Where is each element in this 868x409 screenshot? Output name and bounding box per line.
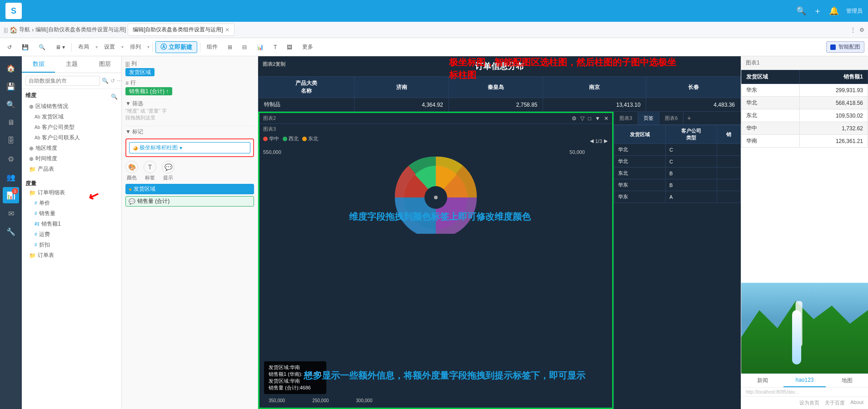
- bottom-tab-6[interactable]: 图表6: [659, 112, 683, 124]
- sidebar-icon-save[interactable]: 💾: [3, 78, 19, 94]
- filter-hint: "维度" 或 "度量" 字 段拖拽到这里: [125, 108, 254, 121]
- tab-item-edit[interactable]: 编辑[自助仪表盘各类组件设置与运用] ✕: [128, 24, 234, 36]
- text-button[interactable]: T: [270, 43, 280, 52]
- rp-tab-hao123[interactable]: hao123: [783, 374, 826, 387]
- meas-order-table[interactable]: 📁 订单表: [25, 250, 118, 261]
- chart-title: 图表2复制 订单信息分布: [258, 56, 741, 76]
- mark-color-item[interactable]: 🎨 颜色: [125, 161, 138, 181]
- mark-tooltip-item[interactable]: 💬 提示: [162, 161, 175, 181]
- chart-type-select[interactable]: ◕ 极坐标堆积柱图 ▾: [129, 142, 250, 153]
- screen-button[interactable]: 🖥 ▾: [52, 43, 69, 52]
- refresh-button[interactable]: ↺: [4, 43, 15, 52]
- more-button[interactable]: 更多: [299, 42, 317, 52]
- dim-company-type[interactable]: Ab 客户公司类型: [25, 122, 118, 133]
- sidebar-icon-settings2[interactable]: 🔧: [3, 223, 19, 240]
- polar-settings-icon[interactable]: ⚙: [572, 115, 577, 122]
- tab-more-icon[interactable]: ⋮: [850, 27, 856, 33]
- crosstab-button[interactable]: ⊟: [239, 43, 250, 52]
- sidebar-icon-data[interactable]: 🗄: [3, 133, 19, 149]
- bottom-tab-add[interactable]: +: [683, 112, 694, 124]
- footer-set-home[interactable]: 设为首页: [799, 399, 819, 406]
- rp-tab-map[interactable]: 地图: [826, 374, 868, 387]
- sidebar-icon-home[interactable]: 🏠: [3, 60, 19, 76]
- color-icon: 🎨: [125, 161, 138, 173]
- bar-button[interactable]: 📊: [253, 43, 267, 52]
- sort-button[interactable]: 排列: [126, 42, 145, 52]
- chart-tooltip: 发货区域:华南 销售额1 (华南): 126,361 发货区域:华南 销售量 (…: [264, 361, 326, 394]
- sidebar-icon-gear[interactable]: ⚙: [3, 151, 19, 167]
- tab-theme[interactable]: 主题: [55, 56, 88, 73]
- add-icon[interactable]: ＋: [813, 5, 822, 16]
- logo-text: S: [11, 6, 16, 16]
- main-chart-table: 产品大类名称 济南 秦皇岛 南京 长春 特制品 4,364.92 2,758.8…: [258, 76, 741, 112]
- tab-data[interactable]: 数据: [22, 56, 55, 73]
- sidebar-icon-users[interactable]: 👥: [3, 169, 19, 185]
- tab-close-icon[interactable]: ✕: [225, 27, 229, 33]
- dimension-search-icon[interactable]: 🔍: [111, 94, 118, 100]
- save-button[interactable]: 💾: [18, 43, 32, 52]
- dim-shipto-region[interactable]: Ab 发货区域: [25, 112, 118, 122]
- sidebar-icon-search[interactable]: 🔍: [3, 96, 19, 113]
- page-next[interactable]: ▶: [604, 138, 608, 144]
- meas-discount[interactable]: # 折扣: [25, 240, 118, 250]
- th-product: 产品大类名称: [259, 77, 354, 98]
- filter-label: ▼ 筛选: [125, 100, 143, 107]
- tab-layer[interactable]: 图层: [88, 56, 121, 73]
- instant-button[interactable]: Ⓐ 立即新建: [155, 41, 197, 53]
- td-r1c3: [717, 144, 741, 156]
- bell-icon[interactable]: 🔔: [829, 6, 839, 16]
- bottom-tab-3[interactable]: 图表3: [614, 112, 638, 124]
- tab-drag-handle[interactable]: |||: [4, 27, 8, 33]
- home-icon[interactable]: 🏠: [10, 26, 17, 34]
- settings-button[interactable]: 设置: [100, 42, 119, 52]
- search-icon[interactable]: 🔍: [796, 6, 806, 16]
- sidebar-icon-screen[interactable]: 🖥: [3, 114, 19, 131]
- dim-geo[interactable]: ⊕ 地区维度: [25, 143, 118, 153]
- row-tag[interactable]: 销售额1 (合计) ↑: [125, 87, 172, 95]
- footer-about[interactable]: About: [850, 399, 863, 406]
- axis-label-50: 50,000: [569, 149, 585, 155]
- polar-close-icon[interactable]: ✕: [604, 115, 609, 122]
- polar-chart-area: 图表2 ⚙ ▽ □ ▼ ✕ 图表3: [258, 112, 614, 409]
- meas-sales-amt[interactable]: #‡ 销售额1: [25, 219, 118, 229]
- smart-map-button[interactable]: 智能配图: [826, 41, 864, 53]
- dimension-section: 维度 🔍 ⊕ 区域销售情况 Ab 发货区域 Ab 客户公司类型 Ab 客户: [22, 89, 121, 177]
- polar-square-icon[interactable]: □: [588, 115, 591, 122]
- page-nav: ◀ 1/3 ▶: [590, 138, 608, 144]
- data-search-input[interactable]: [25, 76, 100, 86]
- dim-company-contact[interactable]: Ab 客户公司联系人: [25, 133, 118, 143]
- preview-button[interactable]: 🔍: [35, 43, 49, 52]
- col-row: ||| 列 发货区域: [125, 60, 254, 76]
- meas-unit-price[interactable]: # 单价: [25, 198, 118, 208]
- table-button[interactable]: ⊞: [224, 43, 236, 52]
- dim-product[interactable]: 📁 产品表: [25, 164, 118, 174]
- td-r2c3: [717, 156, 741, 168]
- polar-filter-icon[interactable]: ▽: [580, 115, 584, 122]
- bottom-tab-page[interactable]: 页签: [638, 112, 659, 124]
- rp-tab-news[interactable]: 新闻: [741, 374, 783, 387]
- meas-freight[interactable]: # 运费: [25, 229, 118, 240]
- page-prev[interactable]: ◀: [590, 138, 594, 144]
- col-tag[interactable]: 发货区域: [125, 68, 155, 76]
- image-button[interactable]: 🖼: [283, 43, 296, 52]
- rtd-r2-region: 华北: [742, 97, 800, 109]
- mark-section: ▼ 标记 子图区 ◕ 极坐标堆积柱图 ▾: [125, 126, 254, 208]
- layout-button[interactable]: 布局: [75, 42, 93, 52]
- mark-label-item[interactable]: T 标签: [144, 161, 156, 181]
- component-button[interactable]: 组件: [203, 42, 221, 52]
- dim-area-sales[interactable]: ⊕ 区域销售情况: [25, 101, 118, 112]
- polar-down-icon[interactable]: ▼: [595, 115, 600, 122]
- table-row: 华东 B: [614, 179, 741, 191]
- meas-order-detail[interactable]: 📁 订单明细表: [25, 187, 118, 198]
- tooltip-field[interactable]: 💬 销售量 (合计): [125, 196, 254, 207]
- ab-icon: Ab: [35, 114, 40, 119]
- color-field[interactable]: ● 发货区域: [125, 184, 254, 194]
- footer-about-baidu[interactable]: 关于百度: [825, 399, 845, 406]
- sidebar-icon-chart[interactable]: 📊 1: [3, 187, 19, 203]
- table-row: 华北 C: [614, 144, 741, 156]
- meas-sales-qty[interactable]: # 销售量: [25, 208, 118, 219]
- sidebar-icon-send[interactable]: ✉: [3, 205, 19, 222]
- dim-time[interactable]: ⊕ 时间维度: [25, 153, 118, 164]
- refresh-icon[interactable]: ↺: [110, 78, 115, 84]
- tab-settings-icon[interactable]: ⚙: [859, 27, 864, 33]
